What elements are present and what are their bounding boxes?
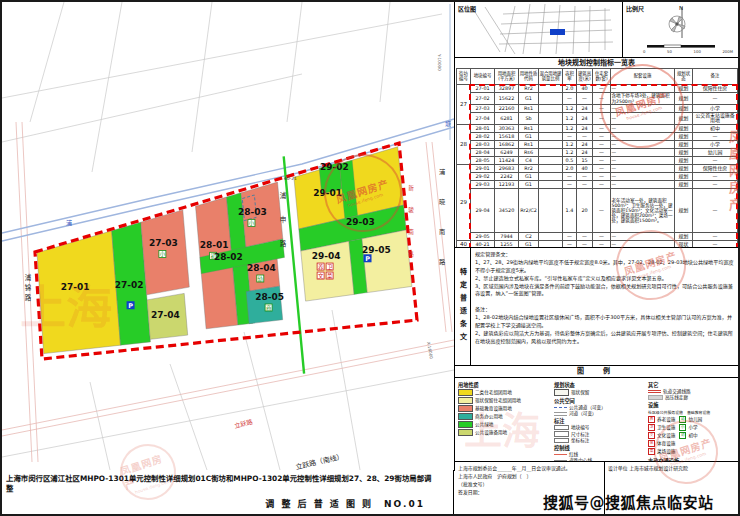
table-header-cell: 街坊编号 <box>457 69 471 85</box>
table-cell-facilities: — <box>611 156 675 164</box>
table-cell-far: 2.0 <box>563 164 577 172</box>
table-cell-code: G1 <box>519 180 539 188</box>
table-cell-far: — <box>563 93 577 105</box>
table-cell-height: — <box>577 232 593 240</box>
table-cell-units: — <box>593 132 611 140</box>
legend-item: 商务办公用地 <box>458 413 554 420</box>
table-cell-id: 29-03 <box>471 180 495 188</box>
table-row: 4040-211255G1————现状— <box>457 240 738 248</box>
line-swatch-icon <box>554 407 567 408</box>
table-cell-code: C4 <box>519 156 539 164</box>
table-cell-note: 保障性住房 <box>693 85 738 93</box>
facility-icon-char: 卫 <box>327 264 333 270</box>
table-cell-id: 40-21 <box>471 240 495 248</box>
table-row: 27-0322160Rs11.224——规划小学 <box>457 105 738 113</box>
approval-section: 上海市规划委员会＿＿＿年＿月＿日会议审议通过。上海市人民政府 沪府规划〔 〕（批… <box>455 462 738 514</box>
table-cell-id: 28-04 <box>471 148 495 156</box>
table-cell-height: 24 <box>577 113 593 125</box>
table-cell-height: — <box>577 132 593 140</box>
table-title: 地块规划控制指标一览表 <box>455 58 738 68</box>
table-cell-id: 27-02 <box>471 93 495 105</box>
table-cell-id: 27-03 <box>471 105 495 113</box>
table-cell-mix <box>539 180 563 188</box>
sheet-title: 上海市闵行区浦江社区MHPO-1301单元控制性详细规划01C街坊和MHPO-1… <box>6 474 436 493</box>
table-row: 2828-0130363Rs11.224——规划初中 <box>457 124 738 132</box>
location-map: 区位图 <box>455 2 623 57</box>
facility-icon: 养 <box>648 416 655 423</box>
base-street <box>170 364 207 470</box>
facility-icon: 体 <box>648 440 655 447</box>
legend-other-title: 其它 <box>648 381 734 388</box>
legend-item: 公共通道（可变） <box>554 405 648 410</box>
facility-icon: 菜 <box>648 448 655 455</box>
table-cell-status: 规划 <box>675 180 693 188</box>
color-swatch-icon <box>458 421 473 428</box>
road-label-right: 路 <box>439 258 446 266</box>
table-cell-id: 29-01 <box>471 164 495 172</box>
table-cell-note: 小学 <box>693 140 738 148</box>
base-street <box>2 74 302 142</box>
table-cell-mix <box>539 93 563 105</box>
table-cell-area: 11424 <box>495 156 519 164</box>
road-label-center: 浦 <box>280 191 287 200</box>
legend-item: 体体育设施 <box>648 440 675 447</box>
base-street <box>287 2 302 122</box>
road-label-bottom-red: 立跃路 <box>234 418 255 430</box>
scale-tick: 200M <box>722 49 733 54</box>
base-street <box>244 332 280 470</box>
block-number-cell: 28 <box>457 124 471 164</box>
location-map-label: 区位图 <box>458 4 476 13</box>
parcel-label-27-01: 27-01 <box>61 282 90 292</box>
table-cell-status: 规划 <box>675 113 693 125</box>
legend-title: 图 例 <box>455 366 738 378</box>
table-row: 2929-0129683Rr22.040——规划保障性住房 <box>457 164 738 172</box>
table-cell-status: 规划 <box>675 148 693 156</box>
table-cell-facilities: — <box>611 240 675 248</box>
road-label-right: 晓 <box>439 198 445 206</box>
parcel-label-28-03: 28-03 <box>238 207 267 217</box>
base-street <box>2 370 454 457</box>
location-minimap <box>455 2 623 56</box>
river-label: 浦 <box>66 219 72 227</box>
road-casing <box>2 346 454 436</box>
table-cell-height: 20 <box>577 188 593 232</box>
facility-icon-char: 菜 <box>327 272 333 280</box>
table-cell-status: 规划 <box>675 156 693 164</box>
table-cell-far: 1.2 <box>563 140 577 148</box>
table-cell-far: 1.2 <box>563 105 577 113</box>
table-cell-mix <box>539 164 563 172</box>
table-cell-facilities: 含地下停车场3处，建筑面积为2500m² <box>611 93 675 105</box>
parcel-label-29-02: 29-02 <box>320 162 349 172</box>
legend-controlline-title: 控制线 <box>554 444 648 451</box>
location-scale-row: 区位图 比例尺 N <box>455 2 738 58</box>
table-cell-note: — <box>693 240 738 248</box>
table-row: 29-057944C2————规划— <box>457 232 738 240</box>
title-block: 上海市闵行区浦江社区MHPO-1301单元控制性详细规划01C街坊和MHPO-1… <box>2 470 454 514</box>
table-cell-height: — <box>577 93 593 105</box>
table-cell-area: 34520 <box>495 188 519 232</box>
line-swatch-icon <box>554 438 569 443</box>
indicator-table: 街坊编号地块编号用地面积(平方米)用地性质代码混合用地建筑量比例容积率建筑高度(… <box>456 68 738 248</box>
legend-item: 现状保留住宅组团用地 <box>458 397 554 404</box>
color-swatch-icon <box>458 397 473 404</box>
notes-section: 特定普适条文 规定管理条文： 1、27、28、29街坊内绿地平均宽度不低于规定宽… <box>455 248 738 366</box>
table-cell-far: — <box>563 180 577 188</box>
road-label-right-red: 新 <box>408 184 414 192</box>
table-cell-id: 27-01 <box>471 85 495 93</box>
legend-section: 图 例 用地性质 二类住宅组团用地现状保留住宅组团用地基础教育设施用地商务办公用… <box>455 366 738 462</box>
table-cell-far: 1.2 <box>563 124 577 132</box>
legend-right-column: 其它 轨道交通线路高压线走廊 设施 社区级公共服务设施 基础教育设施 养养老设施… <box>648 380 734 473</box>
table-cell-status: 规划 <box>675 93 693 105</box>
table-row: 28-0316862Rs11.224——规划小学 <box>457 140 738 148</box>
table-cell-facilities: — <box>611 164 675 172</box>
parcel-label-28-05: 28-05 <box>255 292 284 302</box>
table-cell-units: — <box>593 105 611 113</box>
scale-tick: 100 <box>694 49 701 54</box>
table-cell-mix <box>539 113 563 125</box>
legend-status-title: 规划状态 <box>554 381 648 388</box>
road-label-right: 南 <box>439 228 445 235</box>
table-cell-facilities: — <box>611 172 675 180</box>
table-cell-status: 规划 <box>675 85 693 93</box>
river-label: 塘 <box>445 120 451 128</box>
table-cell-far: 0.5 <box>563 156 577 164</box>
